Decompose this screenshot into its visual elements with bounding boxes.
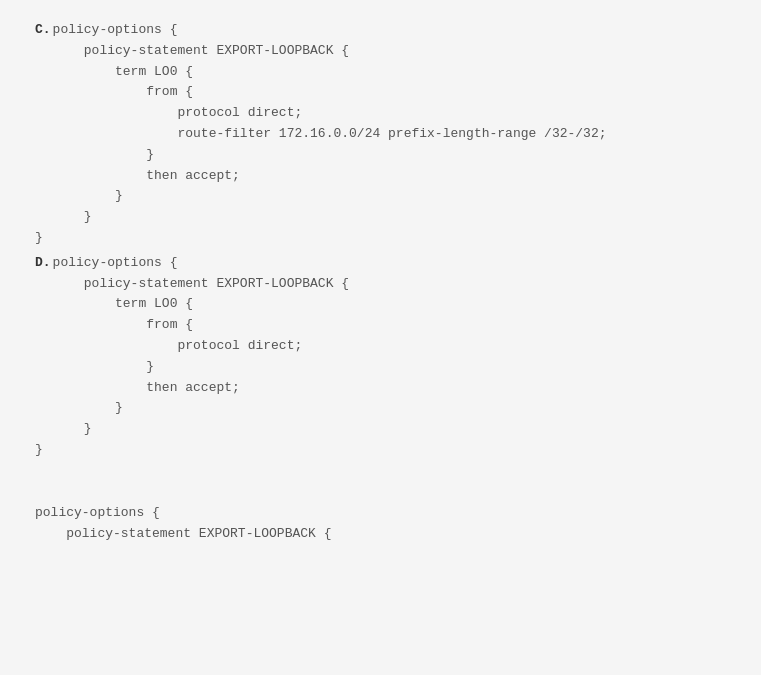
section-d: D. policy-options { policy-statement EXP… xyxy=(35,253,761,461)
bottom-line-2: policy-statement EXPORT-LOOPBACK { xyxy=(35,524,761,545)
bottom-line-1: policy-options { xyxy=(35,503,761,524)
section-c: C. policy-options { policy-statement EXP… xyxy=(35,20,761,249)
c-line-7: } xyxy=(53,145,607,166)
page-container: C. policy-options { policy-statement EXP… xyxy=(20,10,761,675)
c-line-8: then accept; xyxy=(53,166,607,187)
d-line-4: from { xyxy=(53,315,349,336)
label-c: C. xyxy=(35,20,51,41)
c-line-6: route-filter 172.16.0.0/24 prefix-length… xyxy=(53,124,607,145)
c-line-2: policy-statement EXPORT-LOOPBACK { xyxy=(53,41,607,62)
c-line-9: } xyxy=(53,186,607,207)
section-bottom: policy-options { policy-statement EXPORT… xyxy=(35,503,761,545)
d-line-5: protocol direct; xyxy=(53,336,349,357)
c-line-4: from { xyxy=(53,82,607,103)
label-d: D. xyxy=(35,253,51,274)
d-line-2: policy-statement EXPORT-LOOPBACK { xyxy=(53,274,349,295)
d-line-7: then accept; xyxy=(53,378,349,399)
d-line-9: } xyxy=(53,419,349,440)
d-line-3: term LO0 { xyxy=(53,294,349,315)
c-line-3: term LO0 { xyxy=(53,62,607,83)
d-line-8: } xyxy=(53,398,349,419)
d-line-1: policy-options { xyxy=(53,253,349,274)
c-line-1: policy-options { xyxy=(53,20,607,41)
c-line-5: protocol direct; xyxy=(53,103,607,124)
d-line-6: } xyxy=(53,357,349,378)
c-closing: } xyxy=(35,228,761,249)
divider xyxy=(35,477,761,493)
c-line-10: } xyxy=(53,207,607,228)
d-closing: } xyxy=(35,440,761,461)
